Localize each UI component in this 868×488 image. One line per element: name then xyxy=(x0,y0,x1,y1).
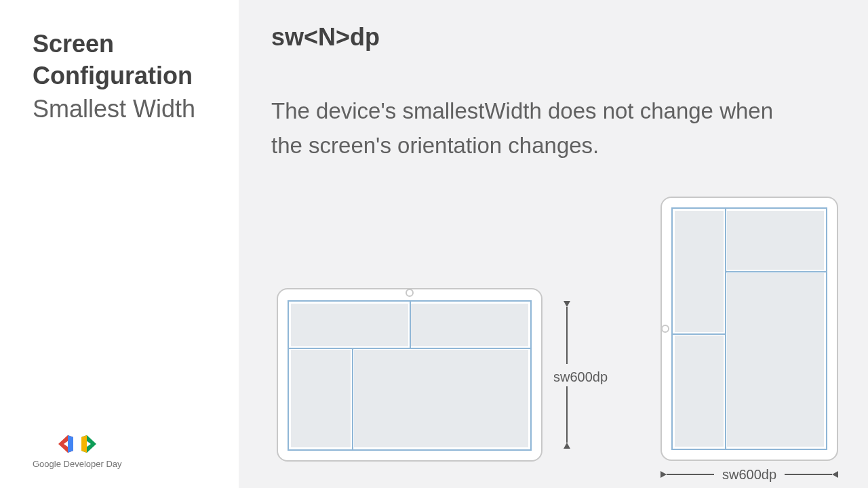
slide-subtitle: Smallest Width xyxy=(33,94,206,125)
portrait-dimension-label: sw600dp xyxy=(714,467,785,483)
content-heading: sw<N>dp xyxy=(271,23,835,52)
content-body: The device's smallestWidth does not chan… xyxy=(271,94,793,163)
landscape-screen xyxy=(288,300,532,451)
tablet-portrait xyxy=(660,197,838,461)
portrait-dimension-arrow: sw600dp xyxy=(660,469,838,480)
main-content: sw<N>dp The device's smallestWidth does … xyxy=(239,0,868,488)
svg-marker-1 xyxy=(68,435,73,453)
footer-text: Google Developer Day xyxy=(33,459,122,469)
slide-title-line2: Configuration xyxy=(33,60,206,92)
sidebar: Screen Configuration Smallest Width Goog… xyxy=(0,0,239,488)
svg-marker-3 xyxy=(81,435,87,453)
camera-icon xyxy=(661,325,669,333)
footer-logo: Google Developer Day xyxy=(33,433,122,469)
portrait-screen xyxy=(671,207,827,450)
google-developers-icon xyxy=(58,433,96,455)
diagram-area: sw600dp sw600dp xyxy=(271,197,854,481)
camera-icon xyxy=(406,289,414,297)
landscape-dimension-label: sw600dp xyxy=(553,368,608,386)
tablet-landscape xyxy=(277,288,542,462)
slide-title-line1: Screen xyxy=(33,28,206,60)
